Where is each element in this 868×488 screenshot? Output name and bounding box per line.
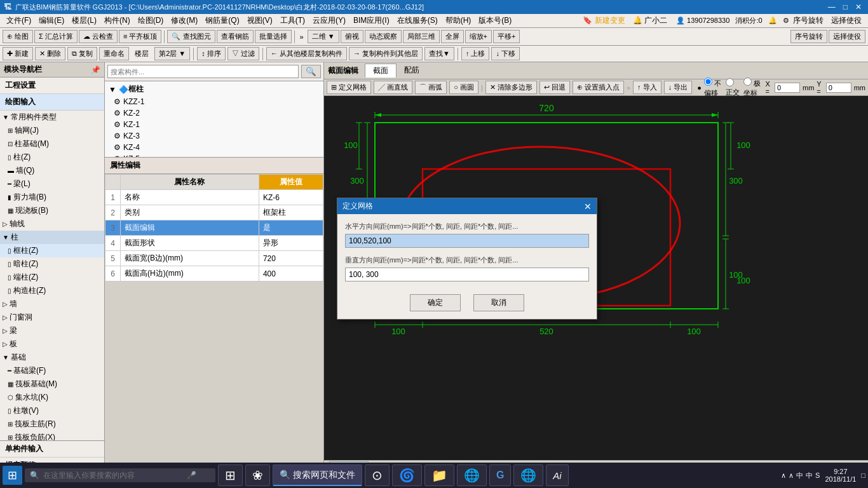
tray-icon3[interactable]: S (815, 471, 820, 479)
taskbar-app-app3[interactable]: 🌐 (457, 464, 487, 486)
find-button[interactable]: 查找▼ (424, 47, 454, 60)
menu-edit[interactable]: 编辑(E) (35, 14, 68, 27)
comp-frame-col[interactable]: ▼ 🔷 框柱 (106, 83, 322, 96)
nav-found-beam[interactable]: ━ 基础梁(F) (0, 364, 104, 377)
taskbar-search-input[interactable] (43, 471, 183, 480)
floor-select[interactable]: 第2层 ▼ (154, 47, 190, 60)
notification-icon[interactable]: □ (861, 471, 865, 479)
nav-single-component[interactable]: 单构件输入 (0, 440, 104, 458)
nav-sump[interactable]: ⬡ 集水坑(K) (0, 391, 104, 404)
menu-view[interactable]: 视图(V) (243, 14, 276, 27)
tray-zh[interactable]: 中 (796, 471, 803, 480)
find-element-button[interactable]: 🔍 查找图元 (167, 30, 215, 43)
menu-extra1[interactable]: 序号旋转 (789, 14, 827, 27)
nav-col-section[interactable]: ▼ 柱 (0, 231, 104, 244)
nav-end-col[interactable]: ▯ 端柱(Z) (0, 271, 104, 284)
menu-modify[interactable]: 修改(M) (167, 14, 201, 27)
batch-select-button[interactable]: 批量选择 (255, 30, 292, 43)
menu-steel[interactable]: 钢筋量(Q) (201, 14, 243, 27)
draw-circle-button[interactable]: ○ 画圆 (449, 81, 478, 94)
maximize-button[interactable]: □ (841, 3, 850, 11)
nav-pin-icon[interactable]: 📌 (91, 65, 100, 74)
menu-floor[interactable]: 楼层(L) (68, 14, 100, 27)
nav-slab2[interactable]: ▷ 板 (0, 337, 104, 351)
tab-section[interactable]: 截面 (365, 64, 397, 78)
new-button[interactable]: ✚ 新建 (3, 47, 33, 60)
filter-button[interactable]: ▽ 过滤 (227, 47, 259, 60)
taskbar-app-app2[interactable]: 📁 (424, 464, 454, 486)
dialog-close-button[interactable]: ✕ (584, 201, 592, 212)
tray-icon1[interactable]: ∧ (789, 471, 794, 480)
close-button[interactable]: ✕ (853, 3, 864, 11)
align-button[interactable]: ≡ 平齐板顶 (119, 30, 161, 43)
taskbar-app-g[interactable]: G (489, 464, 511, 486)
local-3d-button[interactable]: 局部三维 (403, 30, 440, 43)
copy-to-button[interactable]: → 复制构件到其他层 (349, 47, 423, 60)
nav-window-door[interactable]: ▷ 门窗洞 (0, 311, 104, 324)
menu-cloud[interactable]: 云应用(Y) (309, 14, 349, 27)
nav-raft[interactable]: ▦ 筏板基础(M) (0, 377, 104, 391)
nav-wall[interactable]: ▬ 墙(Q) (0, 164, 104, 177)
nav-shear-wall[interactable]: ▮ 剪力墙(B) (0, 191, 104, 204)
title-bar-controls[interactable]: — □ ✕ (825, 3, 864, 11)
cloud-check-button[interactable]: ☁ 云检查 (79, 30, 118, 43)
taskbar-app-app1[interactable]: 🌀 (392, 464, 422, 486)
nav-raft-neg[interactable]: ⊞ 筏板负筋(X) (0, 431, 104, 440)
menu-tools[interactable]: 工具(T) (276, 14, 309, 27)
comp-kz4[interactable]: ⚙ KZ-4 (106, 142, 322, 153)
taskbar-app-flower[interactable]: ❀ (245, 464, 270, 486)
cancel-button[interactable]: 取消 (473, 294, 524, 311)
nav-col-cap[interactable]: ▯ 柱墩(V) (0, 404, 104, 417)
taskbar-app-globe[interactable]: 🌐 (513, 464, 543, 486)
nav-beam[interactable]: ━ 梁(L) (0, 177, 104, 191)
draw-line-button[interactable]: ╱ 画直线 (374, 81, 412, 94)
sort-button[interactable]: ↕ 排序 (197, 47, 226, 60)
nav-slab[interactable]: ▦ 现浇板(B) (0, 204, 104, 217)
confirm-button[interactable]: 确定 (410, 294, 461, 311)
vertical-input[interactable] (345, 268, 589, 281)
delete-button[interactable]: ✕ 删除 (35, 47, 65, 60)
view-steel-button[interactable]: 查看钢筋 (217, 30, 254, 43)
x-input[interactable] (775, 83, 800, 93)
menu-file[interactable]: 文件(F) (3, 14, 35, 27)
move-down-button[interactable]: ↓ 下移 (491, 47, 520, 60)
copy-from-button[interactable]: ← 从其他楼层复制构件 (266, 47, 347, 60)
draw-arc-button[interactable]: ⌒ 画弧 (415, 81, 447, 94)
2d-view-button[interactable]: 二维 ▼ (308, 30, 339, 43)
top-view-button[interactable]: 俯视 (341, 30, 363, 43)
nav-col-foundation[interactable]: ⊡ 柱基础(M) (0, 137, 104, 151)
rename-button[interactable]: 重命名 (99, 47, 129, 60)
calc-button[interactable]: Σ 汇总计算 (34, 30, 78, 43)
comp-kz2[interactable]: ⚙ KZ-2 (106, 107, 322, 119)
tab-steel[interactable]: 配筋 (397, 64, 427, 78)
taskbar-app-ie[interactable]: ⊙ (365, 464, 390, 486)
ortho-radio[interactable] (726, 78, 734, 86)
menu-version[interactable]: 版本号(B) (475, 14, 515, 27)
prop-value-4[interactable]: 异形 (259, 236, 323, 251)
nav-wall2[interactable]: ▷ 墙 (0, 297, 104, 311)
pan-button[interactable]: 平移+ (493, 30, 520, 43)
move-up-button[interactable]: ↑ 上移 (461, 47, 490, 60)
comp-kzz1[interactable]: ⚙ KZZ-1 (106, 96, 322, 107)
minimize-button[interactable]: — (825, 3, 838, 11)
clear-poly-button[interactable]: ✕ 清除多边形 (485, 81, 537, 94)
nav-foundation[interactable]: ▼ 基础 (0, 351, 104, 364)
comp-kz3[interactable]: ⚙ KZ-3 (106, 130, 322, 142)
comp-kz1[interactable]: ⚙ KZ-1 (106, 119, 322, 130)
define-grid-dialog[interactable]: 定义网格 ✕ 水平方向间距(mm)=>间距*个数, 间距, 间距*个数, 间距.… (337, 198, 597, 320)
nav-frame-col[interactable]: ▯ 框柱(Z) (0, 244, 104, 257)
menu-extra2[interactable]: 远择使役 (827, 14, 865, 27)
copy-button[interactable]: ⧉ 复制 (67, 47, 97, 60)
prop-value-3[interactable]: 是 (259, 220, 323, 236)
prop-value-5[interactable]: 720 (259, 251, 323, 266)
nav-axis[interactable]: ⊞ 轴网(J) (0, 124, 104, 137)
fullscreen-button[interactable]: 全屏 (441, 30, 464, 43)
taskbar-app-ai[interactable]: Ai (546, 464, 568, 486)
menu-online[interactable]: 在线服务(S) (393, 14, 442, 27)
taskbar-app-ggj[interactable]: 🔍 搜索网页和文件 (273, 464, 362, 486)
prop-value-2[interactable]: 框架柱 (259, 205, 323, 220)
prop-row-3[interactable]: 3 截面编辑 是 (105, 220, 323, 236)
menu-draw[interactable]: 绘图(D) (134, 14, 168, 27)
undo-button[interactable]: ↩ 回退 (539, 81, 570, 94)
clock[interactable]: 9:27 2018/11/1 (825, 468, 856, 483)
